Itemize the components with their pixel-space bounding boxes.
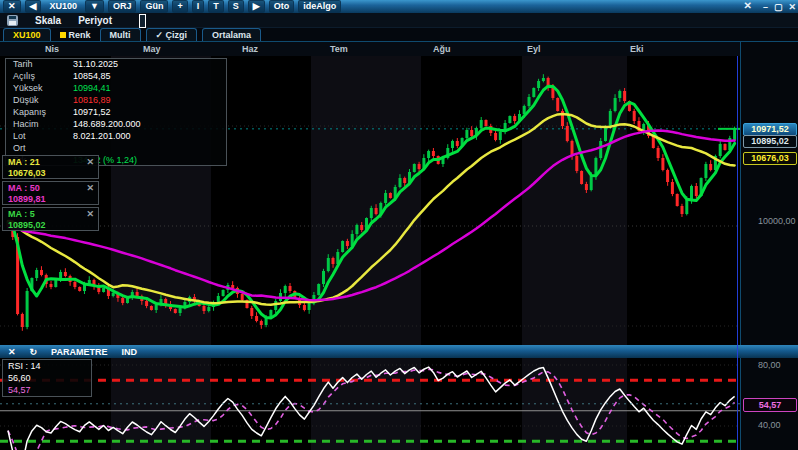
i-button[interactable]: I <box>192 0 205 13</box>
ind-button[interactable]: IND <box>121 347 137 357</box>
rsi-axis[interactable]: 80,00 54,57 40,00 <box>740 358 798 450</box>
rsi-axis-80: 80,00 <box>758 360 781 370</box>
tab-cizgi[interactable]: ✓ Çizgi <box>146 28 198 41</box>
window-extra-close-button[interactable]: ✕ <box>744 0 752 11</box>
month-label-nis: Nis <box>45 44 59 54</box>
minimize-icon[interactable]: – <box>763 2 768 12</box>
info-row: Yüksek10994,41 <box>6 83 226 95</box>
axis-label-10000: 10000,00 <box>758 216 796 226</box>
info-row: Lot8.021.201.000 <box>6 131 226 143</box>
cizgi-label: Çizgi <box>166 30 188 40</box>
ohlc-info-panel: Tarih31.10.2025 Açılış10854,85 Yüksek109… <box>5 58 227 166</box>
ma21-legend-box: MA : 21 ✕ 10676,03 <box>2 155 99 179</box>
ma5-legend-box: MA : 5 ✕ 10895,02 <box>2 207 99 231</box>
ma5-price-label: 10895,02 <box>743 135 797 148</box>
month-label-eki: Eki <box>630 44 644 54</box>
top-toolbar: ✕◀XU100▼ORJGün+ITS▶OtoideAlgo <box>0 0 798 13</box>
restore-icon[interactable]: ▢ <box>774 2 783 12</box>
indicator-header-bar: ✕ ↻ PARAMETRE IND <box>0 345 798 358</box>
parametre-button[interactable]: PARAMETRE <box>51 347 107 357</box>
t-button[interactable]: T <box>208 0 224 13</box>
check-icon: ✓ <box>156 30 164 40</box>
s-button[interactable]: S <box>228 0 244 13</box>
rsi-indicator-chart[interactable] <box>0 358 740 450</box>
period-gun-button[interactable]: Gün <box>140 0 168 13</box>
month-label-tem: Tem <box>330 44 348 54</box>
color-swatch-icon <box>60 32 66 38</box>
tab-row: XU100 Renk Multi ✓ Çizgi Ortalama <box>0 28 798 42</box>
ma50-legend-box: MA : 50 ✕ 10899,81 <box>2 181 99 205</box>
month-label-haz: Haz <box>242 44 258 54</box>
info-row: Ort <box>6 143 226 155</box>
renk-button[interactable]: Renk <box>56 29 95 41</box>
rsi-legend-box: RSI : 14 56,60 54,57 <box>2 359 92 397</box>
ma21-price-label: 10676,03 <box>743 152 797 165</box>
close-icon[interactable]: ✕ <box>86 183 94 193</box>
rsi-refresh-icon[interactable]: ↻ <box>30 347 38 357</box>
info-row: Kapanış10971,52 <box>6 107 226 119</box>
close-icon[interactable]: ✕ <box>788 2 796 12</box>
symbol-title: XU100 <box>45 1 81 12</box>
plus-button[interactable]: + <box>172 0 187 13</box>
rsi-close-button[interactable]: ✕ <box>8 347 16 357</box>
down-arrow-button[interactable]: ▼ <box>85 0 104 13</box>
info-row: Tarih31.10.2025 <box>6 59 226 71</box>
close-icon[interactable]: ✕ <box>86 157 94 167</box>
month-label-eyl: Eyl <box>527 44 541 54</box>
idealgo-button[interactable]: ideAlgo <box>298 0 341 13</box>
text-caret[interactable] <box>139 14 146 28</box>
orj-button[interactable]: ORJ <box>108 0 137 13</box>
nav-left-button[interactable]: ◀ <box>25 0 42 13</box>
window-controls: – ▢ ✕ <box>763 0 796 13</box>
tab-multi[interactable]: Multi <box>100 28 141 41</box>
tab-ortalama[interactable]: Ortalama <box>202 28 261 41</box>
rsi-current-label: 54,57 <box>743 398 797 412</box>
periyot-button[interactable]: Periyot <box>78 15 112 26</box>
info-row: Hacim148.689.200.000 <box>6 119 226 131</box>
info-row: Düşük10816,89 <box>6 95 226 107</box>
month-label-ağu: Ağu <box>433 44 451 54</box>
info-row: Açılış10854,85 <box>6 71 226 83</box>
close-chart-button[interactable]: ✕ <box>3 0 21 13</box>
tab-symbol-xu100[interactable]: XU100 <box>3 28 51 41</box>
trading-app-window: ✕◀XU100▼ORJGün+ITS▶OtoideAlgo ✕ – ▢ ✕ Sk… <box>0 0 798 450</box>
save-icon[interactable] <box>7 15 18 26</box>
secondary-toolbar: Skala Periyot <box>0 13 798 28</box>
month-label-may: May <box>143 44 161 54</box>
month-axis: NisMayHazTemAğuEylEki <box>0 42 740 56</box>
renk-label: Renk <box>69 30 91 40</box>
time-cursor-line <box>737 56 738 450</box>
oto-button[interactable]: Oto <box>269 0 295 13</box>
rsi-axis-40: 40,00 <box>758 420 781 430</box>
price-axis[interactable]: 10971,52 10895,02 10676,03 10000,00 <box>740 42 798 345</box>
skala-button[interactable]: Skala <box>35 15 61 26</box>
nav-right-button[interactable]: ▶ <box>248 0 265 13</box>
close-icon[interactable]: ✕ <box>86 209 94 219</box>
